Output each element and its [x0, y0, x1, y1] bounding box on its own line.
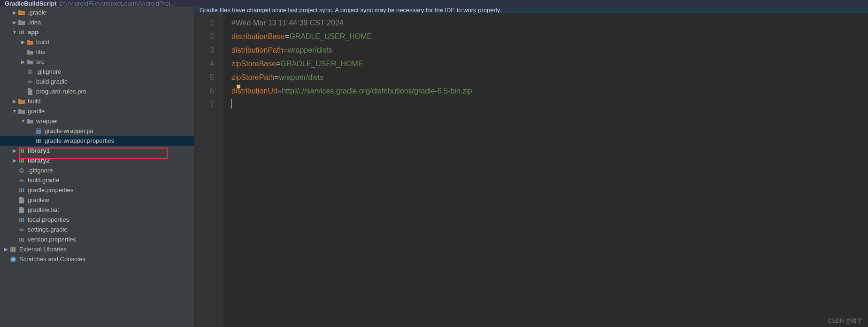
tree-item[interactable]: ▶build — [0, 96, 194, 106]
tree-item-label: gradle — [28, 108, 45, 115]
chevron-right-icon[interactable]: ▶ — [11, 158, 18, 163]
project-name: GradleBuildScript — [5, 0, 57, 7]
tree-item-label: .gradle — [28, 9, 46, 16]
tree-item[interactable]: settings.gradle — [0, 225, 194, 234]
line-number[interactable]: 7 — [195, 98, 214, 111]
tree-item-label: build.gradle — [28, 177, 59, 184]
svg-point-31 — [237, 85, 240, 88]
svg-rect-7 — [36, 139, 37, 143]
properties-icon — [18, 236, 25, 243]
tree-item[interactable]: gradlew — [0, 195, 194, 205]
line-number[interactable]: 1 — [195, 16, 214, 30]
tree-item-label: app — [28, 29, 38, 36]
tree-item[interactable]: local.properties — [0, 215, 194, 225]
folder-orange-icon — [18, 98, 25, 105]
tree-item[interactable]: ▶library1 — [0, 146, 194, 156]
tree-item[interactable]: ▶src — [0, 57, 194, 67]
module-icon — [18, 147, 25, 155]
tree-item[interactable]: ▶External Libraries — [0, 244, 194, 254]
chevron-down-icon[interactable]: ▼ — [20, 118, 26, 124]
code-line[interactable]: zipStoreBase=GRADLE_USER_HOME — [231, 57, 868, 70]
svg-rect-10 — [19, 149, 20, 153]
project-tree[interactable]: ▶.gradle▶.idea▼app▶buildlibs▶src.gitigno… — [0, 7, 195, 327]
folder-grey-icon — [18, 19, 25, 26]
tree-item[interactable]: build.gradle — [0, 77, 194, 86]
line-number[interactable]: 4 — [195, 57, 214, 70]
svg-rect-23 — [23, 218, 24, 222]
module-icon — [18, 157, 25, 164]
tree-item[interactable]: build.gradle — [0, 175, 194, 185]
chevron-right-icon[interactable]: ▶ — [20, 39, 26, 45]
tree-item[interactable]: .gitignore — [0, 67, 194, 77]
project-path: D:\AndroidFile\AndroidLearn\AndroidProj.… — [60, 0, 175, 7]
banner-text: Gradle files have changed since last pro… — [200, 7, 501, 13]
gradle-icon — [18, 226, 25, 234]
line-number[interactable]: 3 — [195, 43, 214, 57]
tree-item[interactable]: ▼wrapper — [0, 116, 194, 126]
svg-rect-27 — [10, 247, 12, 252]
tree-item[interactable]: .gitignore — [0, 165, 194, 175]
svg-rect-21 — [19, 218, 20, 222]
intention-bulb-icon[interactable] — [235, 84, 242, 90]
svg-rect-1 — [21, 31, 22, 34]
folder-grey-icon — [26, 48, 34, 56]
editor-area: Gradle files have changed since last pro… — [195, 7, 868, 327]
tree-item[interactable]: libs — [0, 47, 194, 57]
tree-item[interactable]: ▶library2 — [0, 156, 194, 165]
svg-rect-25 — [21, 238, 22, 241]
line-gutter[interactable]: 1234567 — [195, 13, 223, 327]
file-icon — [18, 196, 25, 204]
scratch-icon — [9, 256, 17, 263]
tree-item[interactable]: gradle.properties — [0, 185, 194, 195]
jar-icon — [35, 127, 42, 135]
svg-rect-29 — [14, 247, 15, 252]
chevron-down-icon[interactable]: ▼ — [11, 109, 18, 114]
svg-rect-13 — [19, 159, 20, 163]
chevron-right-icon[interactable]: ▶ — [11, 10, 18, 15]
line-number[interactable]: 5 — [195, 70, 214, 84]
chevron-right-icon[interactable]: ▶ — [11, 148, 18, 153]
code-line[interactable]: distributionBase=GRADLE_USER_HOME — [231, 30, 868, 43]
svg-rect-11 — [21, 149, 22, 153]
properties-icon — [18, 216, 25, 224]
svg-rect-9 — [39, 139, 41, 143]
tree-item[interactable]: ▶.idea — [0, 17, 194, 27]
file-icon — [18, 206, 25, 214]
tree-item[interactable]: ▶.gradle — [0, 8, 194, 17]
gradle-icon — [26, 78, 34, 86]
tree-item-label: .gitignore — [28, 167, 53, 174]
tree-item-label: .idea — [28, 19, 41, 26]
tree-item[interactable]: proguard-rules.pro — [0, 86, 194, 96]
code-line[interactable] — [231, 98, 868, 111]
line-number[interactable]: 6 — [195, 84, 214, 98]
tree-item-label: libs — [36, 48, 46, 55]
tree-item[interactable]: gradle-wrapper.properties — [0, 136, 194, 146]
tree-item[interactable]: gradle-wrapper.jar — [0, 126, 194, 136]
code-line[interactable]: distributionUrl=https\://services.gradle… — [231, 84, 868, 98]
chevron-right-icon[interactable]: ▶ — [3, 247, 9, 252]
lib-icon — [9, 246, 17, 253]
tree-item-label: gradle-wrapper.properties — [45, 137, 114, 144]
tree-item-label: build.gradle — [36, 78, 68, 85]
tree-item-label: .gitignore — [36, 68, 61, 75]
svg-rect-26 — [23, 238, 24, 241]
tree-item[interactable]: ▶build — [0, 37, 194, 47]
code-line[interactable]: #Wed Mar 13 11:44:39 CST 2024 — [231, 16, 868, 30]
chevron-down-icon[interactable]: ▼ — [11, 30, 18, 35]
folder-grey-icon — [26, 117, 34, 125]
tree-item[interactable]: ▼app — [0, 27, 194, 37]
line-number[interactable]: 2 — [195, 30, 214, 43]
code-line[interactable]: zipStorePath=wrapper/dists — [231, 70, 868, 84]
tree-item[interactable]: ▼gradle — [0, 106, 194, 116]
tree-item[interactable]: version.properties — [0, 234, 194, 244]
code-line[interactable]: distributionPath=wrapper/dists — [231, 43, 868, 57]
tree-item[interactable]: gradlew.bat — [0, 205, 194, 215]
chevron-right-icon[interactable]: ▶ — [20, 59, 26, 64]
tree-item[interactable]: Scratches and Consoles — [0, 254, 194, 264]
svg-rect-28 — [12, 247, 14, 252]
sync-banner[interactable]: Gradle files have changed since last pro… — [195, 7, 868, 13]
chevron-right-icon[interactable]: ▶ — [11, 20, 18, 25]
gradle-icon — [18, 177, 25, 184]
code-editor[interactable]: #Wed Mar 13 11:44:39 CST 2024distributio… — [223, 13, 868, 327]
chevron-right-icon[interactable]: ▶ — [11, 99, 18, 104]
